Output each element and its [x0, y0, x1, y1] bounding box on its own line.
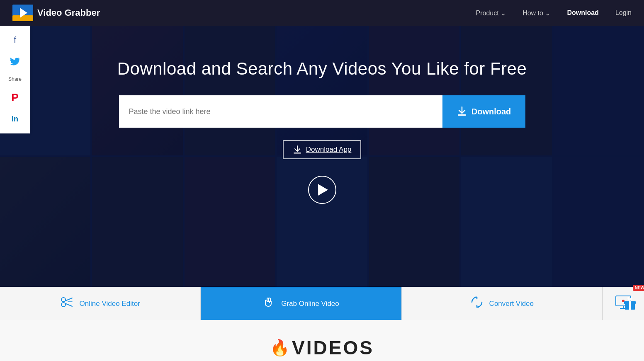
tab-grab-online-video[interactable]: Grab Online Video	[201, 287, 401, 320]
convert-icon	[470, 296, 484, 311]
twitter-icon[interactable]	[7, 55, 22, 67]
gift-box-icon	[622, 296, 637, 310]
search-bar: Download	[119, 95, 525, 128]
videos-section: 🔥 VIDEOS	[0, 320, 644, 361]
videos-title: VIDEOS	[292, 337, 374, 359]
videos-logo: 🔥 VIDEOS	[270, 337, 374, 359]
download-app-button[interactable]: Download App	[283, 140, 362, 159]
hero-section: Download and Search Any Videos You Like …	[0, 26, 644, 287]
svg-line-8	[65, 298, 72, 301]
logo-text: Video Grabber	[37, 7, 100, 18]
download-icon	[457, 106, 467, 117]
svg-rect-2	[12, 15, 33, 21]
nav-download[interactable]: Download	[567, 9, 598, 17]
pinterest-icon[interactable]: P	[7, 91, 22, 104]
svg-rect-4	[458, 114, 466, 116]
tab-editor-label: Online Video Editor	[80, 300, 140, 308]
share-label: Share	[7, 76, 22, 82]
logo-icon	[12, 5, 33, 21]
nav-howto[interactable]: How to ⌄	[522, 9, 550, 17]
tab-online-video-editor[interactable]: Online Video Editor	[0, 287, 201, 320]
social-sidebar: f Share P in	[0, 26, 30, 133]
svg-rect-5	[294, 153, 301, 154]
play-triangle-icon	[318, 184, 328, 196]
video-url-input[interactable]	[119, 95, 442, 128]
play-button[interactable]	[308, 176, 336, 204]
svg-rect-1	[12, 5, 33, 10]
facebook-icon[interactable]: f	[7, 34, 22, 46]
nav-links: Product ⌄ How to ⌄ Download Login	[476, 9, 632, 17]
fire-icon: 🔥	[270, 339, 289, 357]
tab-convert-video[interactable]: Convert Video	[402, 287, 603, 320]
tab-convert-label: Convert Video	[489, 300, 534, 308]
svg-line-9	[65, 303, 72, 306]
logo-area: Video Grabber	[12, 5, 476, 21]
nav-product[interactable]: Product ⌄	[476, 9, 506, 17]
navbar: Video Grabber Product ⌄ How to ⌄ Downloa…	[0, 0, 644, 26]
tab-grab-label: Grab Online Video	[281, 300, 339, 308]
scissors-icon	[61, 296, 74, 311]
hero-content: Download and Search Any Videos You Like …	[0, 26, 644, 204]
nav-login[interactable]: Login	[615, 9, 632, 17]
new-badge: new	[633, 285, 644, 291]
hero-title: Download and Search Any Videos You Like …	[117, 59, 527, 79]
svg-rect-17	[629, 301, 631, 310]
tab-gift[interactable]: new	[603, 287, 644, 320]
bottom-tabs: Online Video Editor Grab Online Video Co…	[0, 287, 644, 320]
download-button[interactable]: Download	[442, 95, 525, 128]
hand-icon	[263, 296, 275, 311]
download-app-icon	[293, 145, 302, 154]
linkedin-icon[interactable]: in	[7, 113, 22, 125]
